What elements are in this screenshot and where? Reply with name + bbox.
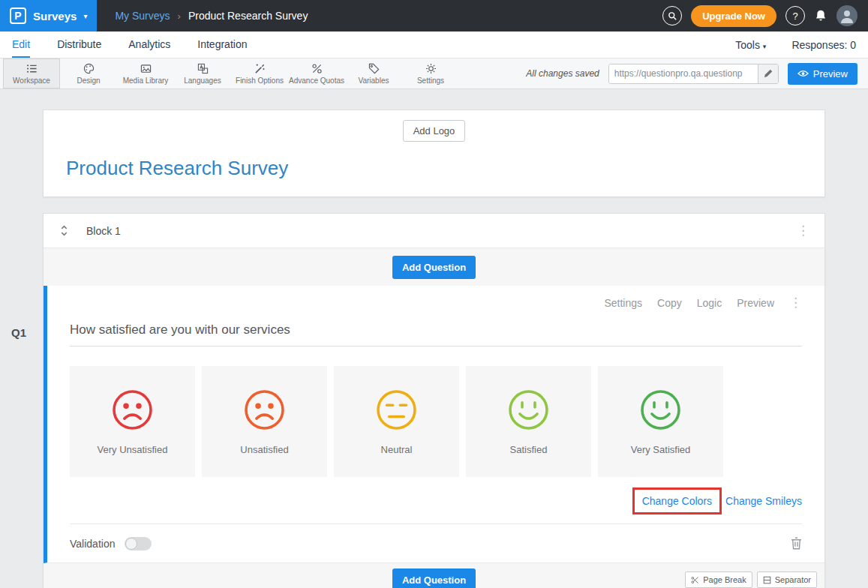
smiley-links-row: Change Colors Change Smileys bbox=[70, 488, 802, 514]
add-logo-button[interactable]: Add Logo bbox=[403, 120, 466, 142]
toolbar-item-label: Design bbox=[77, 76, 100, 85]
variables-icon bbox=[368, 63, 380, 74]
smiley-unsatisfied-icon bbox=[243, 388, 286, 431]
search-button[interactable] bbox=[662, 6, 682, 26]
block-menu-kebab-icon[interactable]: ⋮ bbox=[797, 224, 809, 237]
tab-distribute[interactable]: Distribute bbox=[57, 32, 101, 58]
editor-toolbar: Workspace Design Media Library Languages… bbox=[0, 58, 868, 89]
separator-button[interactable]: Separator bbox=[757, 572, 817, 588]
chevron-down-icon: ▾ bbox=[763, 43, 767, 50]
workspace-canvas: Add Logo Product Research Survey Q1 Bloc… bbox=[0, 89, 868, 588]
validation-row: Validation bbox=[70, 524, 802, 562]
toolbar-item-label: Settings bbox=[417, 76, 444, 85]
toolbar-item-finish-options[interactable]: Finish Options bbox=[231, 58, 288, 88]
change-colors-highlight: Change Colors bbox=[632, 488, 722, 514]
question-preview-link[interactable]: Preview bbox=[737, 297, 774, 309]
save-status-text: All changes saved bbox=[526, 68, 599, 79]
tab-integration[interactable]: Integration bbox=[197, 32, 247, 58]
option-label: Neutral bbox=[381, 444, 413, 455]
tab-edit[interactable]: Edit bbox=[12, 32, 30, 58]
page-break-button[interactable]: Page Break bbox=[685, 572, 752, 588]
toolbar-item-label: Finish Options bbox=[236, 76, 284, 85]
product-menu-label: Surveys bbox=[33, 10, 77, 22]
separator-icon bbox=[763, 576, 771, 584]
option-very-satisfied[interactable]: Very Satisfied bbox=[598, 366, 723, 477]
option-satisfied[interactable]: Satisfied bbox=[466, 366, 591, 477]
pencil-icon bbox=[764, 69, 773, 78]
question-settings-link[interactable]: Settings bbox=[604, 297, 642, 309]
question-menu-kebab-icon[interactable]: ⋮ bbox=[789, 296, 802, 309]
block-card: Q1 Block 1 ⋮ Add Question Settings Copy … bbox=[43, 213, 825, 588]
tools-menu[interactable]: Tools ▾ bbox=[735, 39, 766, 51]
option-very-unsatisfied[interactable]: Very Unsatisfied bbox=[70, 366, 195, 477]
smiley-very-unsatisfied-icon bbox=[111, 388, 154, 431]
toggle-knob bbox=[125, 538, 137, 550]
tab-analytics[interactable]: Analytics bbox=[128, 32, 170, 58]
option-label: Very Satisfied bbox=[631, 444, 691, 455]
toolbar-item-label: Workspace bbox=[13, 76, 50, 85]
person-icon bbox=[838, 7, 856, 25]
page-break-label: Page Break bbox=[703, 575, 746, 584]
option-label: Satisfied bbox=[510, 444, 548, 455]
collapse-block-icon[interactable] bbox=[59, 224, 70, 237]
top-bar: P Surveys ▾ My Surveys › Product Researc… bbox=[0, 0, 868, 32]
option-label: Very Unsatisfied bbox=[98, 444, 168, 455]
trash-icon bbox=[791, 537, 802, 550]
notifications-bell-icon[interactable] bbox=[814, 9, 827, 22]
toolbar-item-settings[interactable]: Settings bbox=[402, 58, 459, 88]
question-copy-link[interactable]: Copy bbox=[657, 297, 682, 309]
toolbar-item-advance-quotas[interactable]: Advance Quotas bbox=[288, 58, 345, 88]
breadcrumb-current-survey: Product Research Survey bbox=[188, 10, 308, 22]
question-number-label: Q1 bbox=[11, 326, 26, 339]
add-question-button-bottom[interactable]: Add Question bbox=[392, 568, 476, 588]
toolbar-item-variables[interactable]: Variables bbox=[345, 58, 402, 88]
separator-label: Separator bbox=[775, 575, 811, 584]
topbar-actions: Upgrade Now ? bbox=[662, 5, 868, 27]
surveys-product-menu[interactable]: P Surveys ▾ bbox=[0, 0, 97, 32]
chevron-down-icon: ▾ bbox=[83, 12, 87, 20]
responses-count[interactable]: Responses: 0 bbox=[791, 39, 856, 51]
preview-label: Preview bbox=[813, 68, 848, 80]
upgrade-now-button[interactable]: Upgrade Now bbox=[691, 5, 776, 27]
breadcrumb: My Surveys › Product Research Survey bbox=[115, 10, 308, 22]
toolbar-item-workspace[interactable]: Workspace bbox=[3, 58, 60, 88]
breadcrumb-my-surveys[interactable]: My Surveys bbox=[115, 10, 170, 22]
option-label: Unsatisfied bbox=[240, 444, 288, 455]
validation-toggle[interactable] bbox=[125, 537, 152, 550]
block-footer: Add Question Page Break Separator bbox=[44, 563, 824, 588]
user-avatar[interactable] bbox=[836, 5, 857, 26]
question-editor: Settings Copy Logic Preview ⋮ How satisf… bbox=[44, 286, 824, 563]
toolbar-item-label: Media Library bbox=[123, 76, 169, 85]
validation-label: Validation bbox=[70, 538, 115, 550]
search-icon bbox=[668, 11, 677, 21]
add-question-button-top[interactable]: Add Question bbox=[392, 256, 476, 279]
section-tabs: Edit Distribute Analytics Integration To… bbox=[0, 32, 868, 58]
advance-quotas-icon bbox=[311, 63, 323, 74]
toolbar-item-label: Advance Quotas bbox=[289, 76, 344, 85]
workspace-icon bbox=[26, 63, 38, 74]
languages-icon bbox=[197, 63, 209, 74]
survey-title[interactable]: Product Research Survey bbox=[66, 157, 802, 180]
block-name[interactable]: Block 1 bbox=[86, 225, 121, 237]
help-button[interactable]: ? bbox=[785, 6, 805, 26]
smiley-satisfied-icon bbox=[507, 388, 550, 431]
settings-gear-icon bbox=[425, 63, 437, 74]
change-smileys-link[interactable]: Change Smileys bbox=[725, 495, 802, 507]
question-text[interactable]: How satisfied are you with our services bbox=[70, 322, 802, 346]
edit-url-button[interactable] bbox=[758, 64, 778, 83]
delete-question-button[interactable] bbox=[791, 537, 802, 550]
option-unsatisfied[interactable]: Unsatisfied bbox=[202, 366, 327, 477]
option-neutral[interactable]: Neutral bbox=[334, 366, 459, 477]
toolbar-item-label: Variables bbox=[359, 76, 389, 85]
smiley-options-row: Very Unsatisfied Unsatisfied Neutral Sat… bbox=[70, 366, 802, 477]
add-question-strip: Add Question bbox=[44, 248, 824, 286]
eye-icon bbox=[797, 70, 809, 77]
smiley-neutral-icon bbox=[375, 388, 418, 431]
question-logic-link[interactable]: Logic bbox=[697, 297, 722, 309]
change-colors-link[interactable]: Change Colors bbox=[642, 495, 712, 507]
toolbar-item-languages[interactable]: Languages bbox=[174, 58, 231, 88]
preview-button[interactable]: Preview bbox=[788, 63, 857, 85]
toolbar-item-media-library[interactable]: Media Library bbox=[117, 58, 174, 88]
survey-url-input[interactable] bbox=[609, 64, 758, 83]
toolbar-item-design[interactable]: Design bbox=[60, 58, 117, 88]
